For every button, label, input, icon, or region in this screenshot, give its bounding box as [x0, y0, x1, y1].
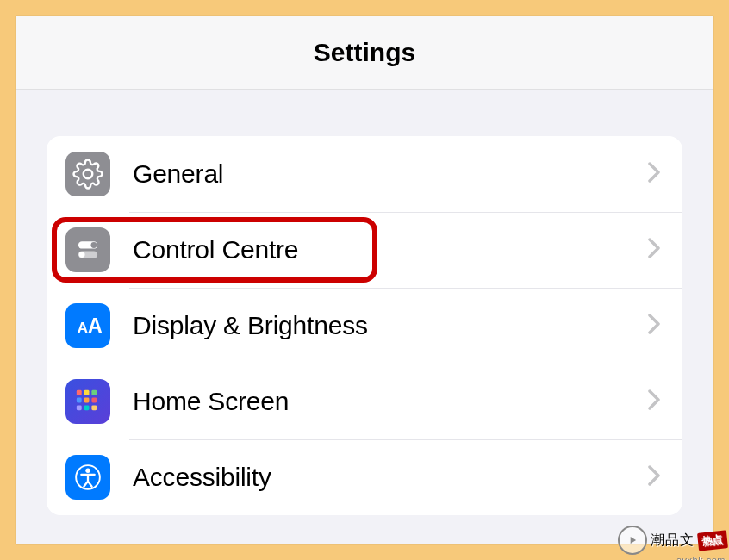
play-icon	[618, 526, 647, 555]
content-area: GeneralControl CentreAADisplay & Brightn…	[16, 90, 713, 515]
general-icon	[65, 152, 110, 196]
settings-row-label: General	[133, 159, 648, 189]
settings-row-accessibility[interactable]: Accessibility	[47, 439, 682, 515]
svg-rect-13	[84, 405, 90, 410]
watermark-url: ayxhk.com	[676, 555, 726, 560]
chevron-right-icon	[648, 162, 660, 186]
accessibility-icon	[65, 455, 110, 500]
watermark: 潮品文 热点 ayxhk.com	[618, 526, 727, 555]
svg-point-1	[90, 242, 97, 248]
svg-rect-14	[91, 405, 97, 410]
watermark-badge: 热点	[697, 530, 728, 551]
watermark-text: 潮品文	[651, 532, 695, 550]
chevron-right-icon	[648, 314, 660, 338]
settings-group: GeneralControl CentreAADisplay & Brightn…	[47, 136, 682, 515]
svg-point-3	[79, 252, 85, 258]
home-screen-icon	[65, 379, 110, 424]
svg-rect-9	[77, 398, 82, 403]
settings-screen: Settings GeneralControl CentreAADisplay …	[16, 16, 713, 544]
svg-rect-6	[77, 390, 82, 395]
settings-row-label: Display & Brightness	[133, 311, 648, 340]
svg-rect-12	[77, 405, 82, 410]
page-title: Settings	[314, 38, 415, 67]
header: Settings	[16, 16, 713, 90]
svg-text:A: A	[88, 314, 103, 337]
svg-point-16	[85, 469, 90, 473]
settings-row-general[interactable]: General	[47, 136, 682, 212]
svg-rect-10	[84, 398, 90, 403]
settings-row-label: Accessibility	[133, 463, 648, 492]
settings-row-control-centre[interactable]: Control Centre	[47, 212, 682, 288]
svg-rect-7	[84, 390, 90, 395]
control-centre-icon	[65, 227, 110, 272]
chevron-right-icon	[648, 389, 660, 414]
chevron-right-icon	[648, 465, 660, 489]
display-icon: AA	[65, 303, 110, 348]
svg-rect-11	[91, 398, 97, 403]
settings-row-home-screen[interactable]: Home Screen	[47, 364, 682, 439]
settings-row-label: Home Screen	[133, 387, 648, 416]
svg-rect-8	[91, 390, 97, 395]
settings-row-display[interactable]: AADisplay & Brightness	[47, 288, 682, 364]
svg-text:A: A	[78, 320, 88, 336]
chevron-right-icon	[648, 238, 660, 262]
settings-row-label: Control Centre	[133, 235, 648, 264]
